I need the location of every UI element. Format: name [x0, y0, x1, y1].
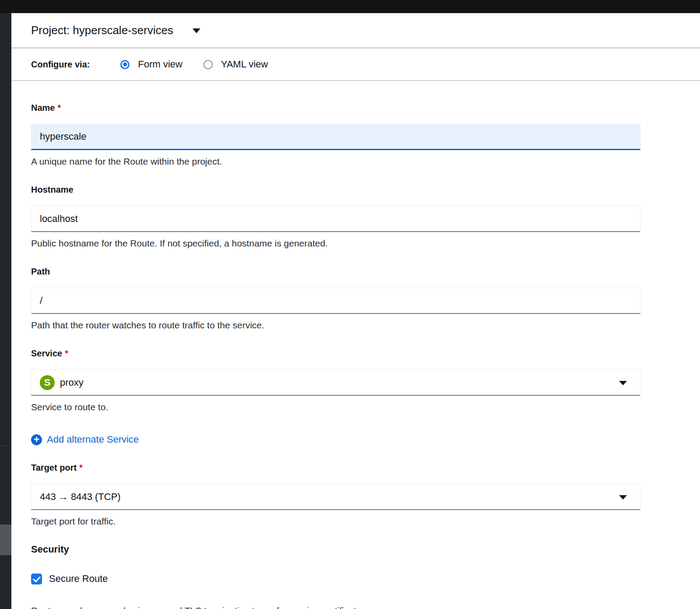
masthead	[0, 0, 700, 13]
radio-unchecked-icon	[203, 60, 213, 69]
chevron-down-icon	[619, 381, 627, 385]
required-asterisk: *	[65, 349, 68, 358]
project-selector-dropdown[interactable]: Project: hyperscale-services	[31, 24, 200, 37]
radio-form-view[interactable]: Form view	[120, 59, 182, 70]
create-route-form: Name* A unique name for the Route within…	[11, 81, 700, 609]
nav-rail	[0, 13, 11, 609]
target-port-field-group: Target port* 443 → 8443 (TCP) Target por…	[31, 462, 700, 528]
name-input[interactable]	[31, 124, 640, 150]
configure-via-label: Configure via:	[31, 60, 90, 70]
chevron-down-icon	[192, 28, 200, 33]
radio-checked-icon	[120, 60, 130, 69]
name-label-text: Name	[31, 103, 55, 113]
path-helper-text: Path that the router watches to route tr…	[31, 319, 700, 331]
chevron-down-icon	[619, 495, 627, 500]
name-label: Name*	[31, 102, 700, 113]
main-content: Project: hyperscale-services Configure v…	[11, 13, 700, 609]
checkbox-checked-icon[interactable]	[31, 574, 42, 584]
project-bar: Project: hyperscale-services	[11, 13, 700, 49]
target-port-select[interactable]: 443 → 8443 (TCP)	[31, 484, 640, 510]
service-label-text: Service	[31, 349, 62, 358]
target-port-label: Target port*	[31, 462, 700, 473]
path-input[interactable]	[31, 288, 640, 314]
nav-rail-divider	[0, 446, 11, 446]
service-field-group: Service* S proxy Service to route to.	[31, 348, 700, 413]
security-section-heading: Security	[31, 543, 700, 556]
scrollbar-thumb[interactable]	[0, 525, 11, 555]
name-field-group: Name* A unique name for the Route within…	[31, 102, 700, 168]
service-select-value: proxy	[60, 377, 84, 388]
service-badge-icon: S	[40, 375, 55, 390]
radio-form-view-label: Form view	[138, 59, 182, 70]
hostname-input[interactable]	[31, 206, 640, 232]
required-asterisk: *	[57, 103, 61, 113]
service-select[interactable]: S proxy	[31, 370, 640, 396]
hostname-helper-text: Public hostname for the Route. If not sp…	[31, 237, 700, 250]
target-port-helper-text: Target port for traffic.	[31, 515, 700, 528]
hostname-label: Hostname	[31, 184, 700, 195]
hostname-field-group: Hostname Public hostname for the Route. …	[31, 184, 700, 250]
radio-yaml-view-label: YAML view	[221, 59, 268, 70]
service-helper-text: Service to route to.	[31, 401, 700, 413]
secure-route-checkbox-row[interactable]: Secure Route	[31, 573, 700, 584]
path-field-group: Path Path that the router watches to rou…	[31, 266, 700, 331]
path-label: Path	[31, 266, 700, 277]
required-asterisk: *	[79, 463, 83, 472]
plus-circle-icon: +	[31, 434, 42, 445]
project-selector-label: Project: hyperscale-services	[31, 24, 173, 37]
security-helper-text: Routes can be secured using several TLS …	[31, 605, 700, 609]
secure-route-label: Secure Route	[49, 573, 108, 584]
add-alternate-service-label: Add alternate Service	[47, 434, 139, 445]
target-port-select-value: 443 → 8443 (TCP)	[40, 491, 121, 503]
radio-yaml-view[interactable]: YAML view	[203, 59, 268, 70]
add-alternate-service-link[interactable]: + Add alternate Service	[31, 434, 700, 445]
target-port-label-text: Target port	[31, 463, 77, 472]
service-label: Service*	[31, 348, 700, 359]
name-helper-text: A unique name for the Route within the p…	[31, 155, 700, 168]
configure-via-bar: Configure via: Form view YAML view	[11, 49, 700, 81]
